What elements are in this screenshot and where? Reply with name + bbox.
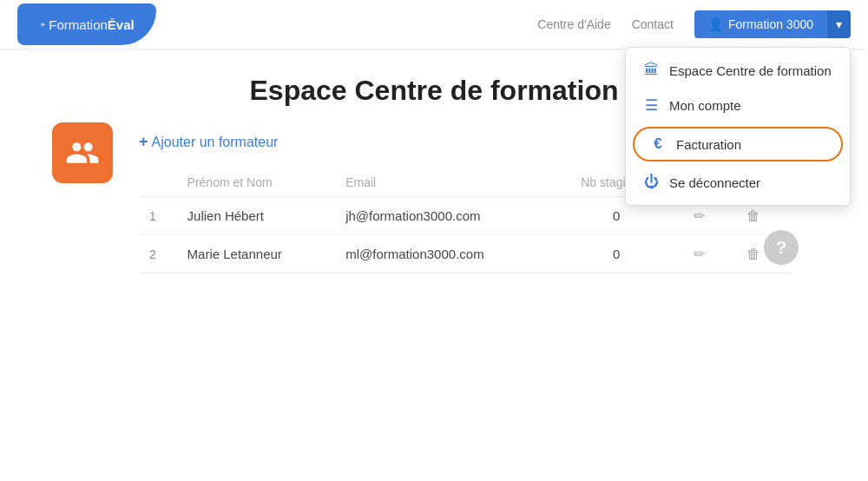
logo: ✦ FormationÉval [17, 3, 156, 45]
facturation-icon: € [648, 135, 667, 153]
row1-num: 1 [139, 197, 177, 235]
logo-text: FormationÉval [49, 17, 134, 32]
contact-link[interactable]: Contact [632, 17, 674, 31]
row2-edit-cell: ✏ [680, 235, 733, 273]
logo-star-icon: ✦ [39, 20, 46, 30]
help-button[interactable]: ? [764, 230, 799, 265]
add-trainer-label: Ajouter un formateur [152, 135, 279, 150]
dropdown-item-espace-label: Espace Centre de formation [669, 63, 832, 78]
user-btn-group: 👤 Formation 3000 ▾ [694, 10, 851, 38]
user-icon: 👤 [708, 17, 723, 31]
help-center-link[interactable]: Centre d'Aide [537, 17, 610, 31]
header-nav: Centre d'Aide Contact 👤 Formation 3000 ▾ [537, 10, 851, 38]
row1-name: Julien Hébert [177, 197, 336, 235]
dropdown-menu: 🏛 Espace Centre de formation ☰ Mon compt… [625, 47, 851, 206]
trainers-icon-box [52, 122, 113, 183]
table-row: 2 Marie Letanneur ml@formation3000.com 0… [139, 235, 790, 273]
add-trainer-link[interactable]: + Ajouter un formateur [139, 133, 278, 151]
dropdown-item-deconnecter[interactable]: ⏻ Se déconnecter [626, 165, 850, 200]
dropdown-item-facturation-label: Facturation [676, 137, 741, 152]
edit-icon[interactable]: ✏ [690, 208, 708, 223]
help-icon: ? [776, 238, 786, 258]
edit-icon[interactable]: ✏ [690, 247, 708, 261]
trainers-icon [65, 135, 100, 170]
user-caret-button[interactable]: ▾ [827, 10, 851, 38]
deconnecter-icon: ⏻ [641, 174, 661, 191]
delete-icon[interactable]: 🗑 [743, 208, 764, 223]
delete-icon[interactable]: 🗑 [743, 247, 764, 261]
header: ✦ FormationÉval Centre d'Aide Contact 👤 … [0, 0, 868, 49]
dropdown-item-espace[interactable]: 🏛 Espace Centre de formation [626, 53, 850, 88]
plus-icon: + [139, 133, 148, 151]
row2-num: 2 [139, 235, 177, 273]
user-button[interactable]: 👤 Formation 3000 [694, 10, 827, 38]
dropdown-item-moncompte[interactable]: ☰ Mon compte [626, 88, 850, 123]
row1-email: jh@formation3000.com [335, 197, 553, 235]
row2-name: Marie Letanneur [177, 235, 336, 273]
dropdown-item-deconnecter-label: Se déconnecter [669, 175, 760, 190]
col-num [139, 168, 177, 197]
table-body: 1 Julien Hébert jh@formation3000.com 0 ✏… [139, 197, 790, 273]
col-email: Email [335, 168, 553, 197]
col-name: Prénom et Nom [177, 168, 336, 197]
dropdown-item-facturation[interactable]: € Facturation [633, 127, 843, 161]
logo-area: ✦ FormationÉval [17, 3, 156, 45]
espace-icon: 🏛 [641, 62, 661, 79]
dropdown-item-moncompte-label: Mon compte [669, 98, 741, 113]
moncompte-icon: ☰ [641, 96, 661, 115]
row2-email: ml@formation3000.com [335, 235, 553, 273]
row2-stagiaires: 0 [554, 235, 680, 273]
